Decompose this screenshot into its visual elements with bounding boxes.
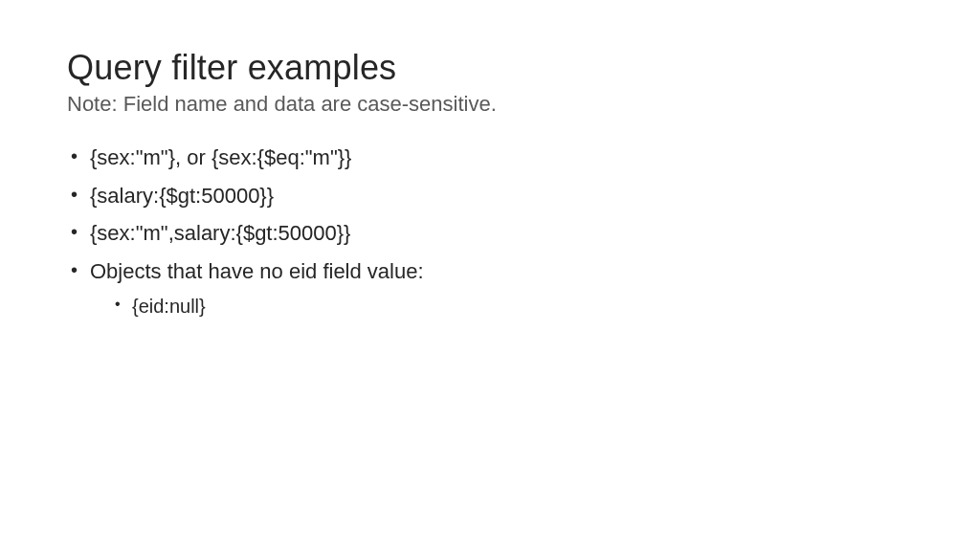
list-item: Objects that have no eid field value: {e… <box>69 257 913 320</box>
sub-bullet-list: {eid:null} <box>90 294 913 320</box>
slide-title: Query filter examples <box>67 48 913 88</box>
list-item: {sex:"m"}, or {sex:{$eq:"m"}} <box>69 143 913 172</box>
slide-subtitle: Note: Field name and data are case-sensi… <box>67 92 913 117</box>
list-item-label: Objects that have no eid field value: <box>90 259 424 283</box>
bullet-list: {sex:"m"}, or {sex:{$eq:"m"}} {salary:{$… <box>67 143 913 320</box>
list-item: {eid:null} <box>113 294 913 320</box>
list-item: {salary:{$gt:50000}} <box>69 182 913 210</box>
list-item: {sex:"m",salary:{$gt:50000}} <box>69 219 913 248</box>
